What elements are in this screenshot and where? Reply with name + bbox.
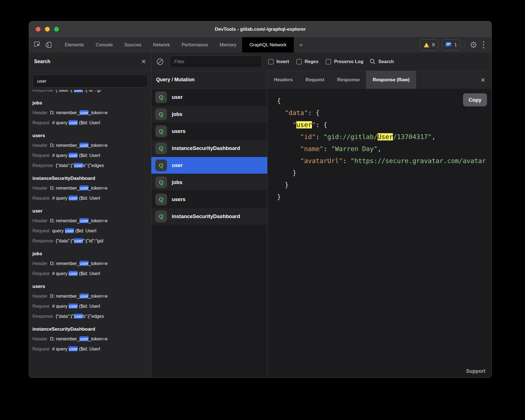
result-line-label: Request bbox=[32, 228, 49, 233]
tab-network[interactable]: Network bbox=[147, 37, 176, 52]
search-result-entry[interactable]: jobsHeader D; remember_user_token=eReque… bbox=[32, 99, 151, 128]
line-separator bbox=[49, 271, 52, 276]
search-match-highlight: User bbox=[378, 133, 393, 140]
query-row-user[interactable]: Quser bbox=[151, 157, 267, 174]
result-line-label: Response bbox=[32, 163, 53, 168]
checkbox-box-regex[interactable] bbox=[296, 59, 302, 65]
line-separator bbox=[47, 336, 50, 341]
line-text: _token=e bbox=[89, 185, 108, 190]
tab-console[interactable]: Console bbox=[90, 37, 119, 52]
detail-tab-bar: HeadersRequestResponseResponse (Raw) ✕ bbox=[268, 71, 491, 89]
query-row-instancesecuritydashboard[interactable]: QinstanceSecurityDashboard bbox=[151, 208, 267, 225]
result-line-header: Header D; remember_user_token=e bbox=[32, 291, 151, 301]
line-separator bbox=[49, 346, 52, 351]
result-line-request: Request # query user ($id: UserI bbox=[32, 193, 151, 203]
json-token: "data" bbox=[285, 109, 308, 116]
query-row-instancesecuritydashboard[interactable]: QinstanceSecurityDashboard bbox=[151, 140, 267, 157]
query-row-jobs[interactable]: Qjobs bbox=[151, 106, 267, 123]
json-indent bbox=[277, 133, 300, 140]
match-highlight: user bbox=[74, 238, 83, 243]
query-row-users[interactable]: Qusers bbox=[151, 191, 267, 208]
query-type-icon: Q bbox=[155, 194, 167, 205]
detail-tab-response-raw[interactable]: Response (Raw) bbox=[366, 71, 416, 89]
query-row-label: users bbox=[172, 128, 185, 134]
match-highlight: user bbox=[69, 120, 78, 125]
detail-tab-response[interactable]: Response bbox=[331, 71, 366, 89]
search-result-entry[interactable]: userHeader D; remember_user_token=eReque… bbox=[32, 207, 151, 246]
match-highlight: user bbox=[80, 110, 89, 115]
tab-memory[interactable]: Memory bbox=[214, 37, 242, 52]
copy-button[interactable]: Copy bbox=[463, 93, 487, 106]
query-row-jobs[interactable]: Qjobs bbox=[151, 174, 267, 191]
query-row-user[interactable]: Quser bbox=[151, 89, 267, 106]
kebab-menu-icon[interactable] bbox=[481, 41, 486, 48]
search-result-entry[interactable]: instanceSecurityDashboardHeader D; remem… bbox=[32, 174, 151, 203]
line-separator bbox=[49, 153, 52, 158]
line-text: _token=e bbox=[89, 143, 108, 148]
json-token: "avatarUrl" bbox=[300, 157, 343, 164]
search-results: Response {"data":{"user":{"id":"gijobsHe… bbox=[29, 90, 151, 378]
settings-gear-icon[interactable]: ⚙ bbox=[470, 41, 477, 49]
search-result-entry[interactable]: usersHeader D; remember_user_token=eRequ… bbox=[32, 131, 151, 170]
search-result-title: jobs bbox=[32, 249, 151, 258]
detail-close-icon[interactable]: ✕ bbox=[480, 71, 491, 89]
tab-sources[interactable]: Sources bbox=[118, 37, 147, 52]
checkbox-preserve-log[interactable]: Preserve Log bbox=[326, 59, 363, 65]
line-separator bbox=[47, 218, 50, 223]
line-text: ($id: UserI bbox=[78, 346, 100, 351]
search-panel-close-icon[interactable]: ✕ bbox=[141, 59, 146, 65]
warnings-badge[interactable]: 9 bbox=[420, 39, 438, 51]
checkbox-regex[interactable]: Regex bbox=[296, 59, 319, 65]
tab-elements[interactable]: Elements bbox=[59, 37, 90, 52]
checkbox-box-preserve-log[interactable] bbox=[326, 59, 331, 65]
result-line-header: Header D; remember_user_token=e bbox=[32, 258, 151, 268]
json-line: "user": { bbox=[277, 119, 491, 131]
devtools-tabs: ElementsConsoleSourcesNetworkPerformance… bbox=[59, 37, 294, 52]
filter-input[interactable] bbox=[170, 56, 262, 68]
query-row-users[interactable]: Qusers bbox=[151, 123, 267, 140]
json-indent bbox=[277, 181, 285, 188]
line-text: ($id: UserI bbox=[78, 120, 100, 125]
json-token: /13704317" bbox=[393, 133, 431, 140]
tab-performance[interactable]: Performance bbox=[176, 37, 214, 52]
match-highlight: user bbox=[69, 195, 78, 201]
line-text: # query bbox=[52, 120, 69, 125]
match-highlight: user bbox=[74, 90, 83, 92]
match-highlight: user bbox=[69, 304, 78, 309]
search-result-entry[interactable]: Response {"data":{"user":{"id":"gi bbox=[32, 90, 151, 95]
more-tabs-button[interactable]: » bbox=[294, 41, 308, 49]
device-toolbar-icon[interactable] bbox=[45, 41, 52, 49]
line-text: {"data":{" bbox=[56, 314, 74, 319]
query-type-icon: Q bbox=[155, 211, 167, 222]
search-input[interactable] bbox=[32, 75, 148, 88]
clear-block-icon[interactable] bbox=[156, 58, 164, 65]
line-text: # query bbox=[52, 195, 69, 201]
line-separator bbox=[49, 195, 52, 201]
json-line: "data": { bbox=[277, 107, 491, 119]
search-result-entry[interactable]: instanceSecurityDashboardHeader D; remem… bbox=[32, 325, 151, 354]
tab-graphql-network[interactable]: GraphQL Network bbox=[242, 37, 293, 52]
line-text: D; remember_ bbox=[50, 110, 79, 115]
json-token: : { bbox=[316, 121, 328, 128]
inspect-element-icon[interactable] bbox=[34, 41, 41, 49]
detail-tab-request[interactable]: Request bbox=[299, 71, 331, 89]
query-panel-title: Query / Mutation bbox=[156, 77, 195, 83]
result-line-label: Header bbox=[32, 293, 47, 299]
toolbar-search-button[interactable]: Search bbox=[369, 58, 394, 65]
line-text: ":{"id":"gid bbox=[83, 238, 103, 243]
detail-tab-headers[interactable]: Headers bbox=[268, 71, 299, 89]
support-link[interactable]: Support bbox=[466, 368, 485, 374]
checkbox-box-invert[interactable] bbox=[268, 59, 274, 65]
messages-badge[interactable]: 1 bbox=[442, 39, 460, 51]
json-line: } bbox=[277, 167, 491, 179]
result-line-request: Request # query user ($id: UserI bbox=[32, 301, 151, 311]
json-line: "avatarUrl": "https://secure.gravatar.co… bbox=[277, 155, 491, 167]
result-line-response: Response {"data":{"users":{"edges bbox=[32, 160, 151, 170]
checkbox-invert[interactable]: Invert bbox=[268, 59, 289, 65]
search-result-entry[interactable]: usersHeader D; remember_user_token=eRequ… bbox=[32, 282, 151, 321]
result-line-response: Response {"data":{"user":{"id":"gid bbox=[32, 236, 151, 246]
result-line-header: Header D; remember_user_token=e bbox=[32, 108, 151, 118]
json-token: " bbox=[292, 121, 296, 128]
line-text: _token=e bbox=[89, 110, 108, 115]
search-result-entry[interactable]: jobsHeader D; remember_user_token=eReque… bbox=[32, 249, 151, 278]
